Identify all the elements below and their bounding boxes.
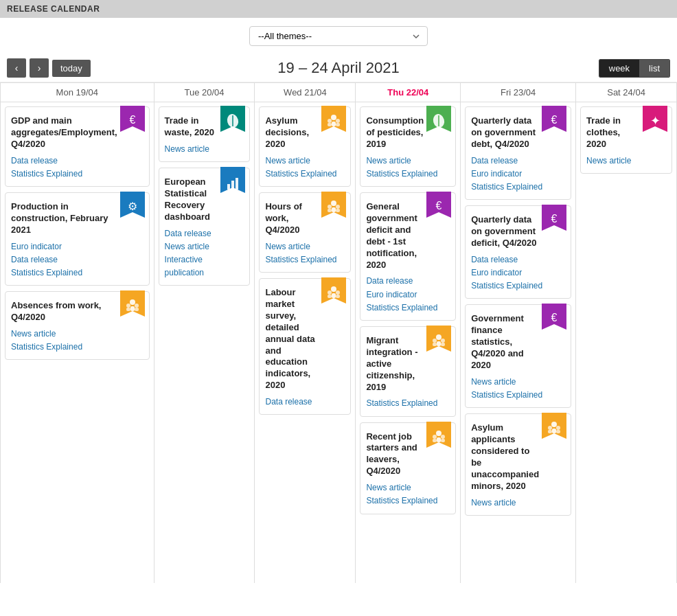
calendar-card: Asylum decisions, 2020News articleStatis…: [259, 106, 351, 187]
card-link[interactable]: Statistics Explained: [265, 168, 345, 181]
svg-point-51: [556, 426, 560, 430]
week-view-button[interactable]: week: [599, 60, 639, 77]
card-link[interactable]: Data release: [366, 275, 450, 288]
svg-rect-52: [548, 430, 552, 433]
week-title: 19 – 24 April 2021: [277, 59, 399, 77]
card-link[interactable]: Statistics Explained: [366, 301, 450, 315]
card-link[interactable]: Data release: [165, 227, 244, 240]
card-link[interactable]: News article: [165, 240, 244, 253]
card-link[interactable]: Data release: [471, 253, 565, 266]
svg-rect-43: [433, 439, 437, 442]
card-link[interactable]: Statistics Explained: [471, 389, 565, 402]
calendar-card: Migrant integration - active citizenship…: [360, 326, 456, 417]
calendar-card: European Statistical Recovery dashboardD…: [159, 168, 251, 286]
svg-rect-10: [227, 184, 230, 190]
day-col-0: € GDP and main aggregates/Employment, Q4…: [1, 102, 154, 583]
controls-row: --All themes--: [0, 18, 677, 54]
day-header-0: Mon 19/04: [1, 83, 154, 102]
day-header-1: Tue 20/04: [154, 83, 255, 102]
svg-rect-23: [332, 207, 336, 212]
card-link[interactable]: Statistics Explained: [471, 181, 565, 194]
calendar-card: ⚙ Production in construction, February 2…: [5, 192, 150, 286]
card-link[interactable]: Euro indicator: [11, 240, 144, 253]
svg-point-15: [336, 119, 340, 123]
svg-text:€: €: [129, 114, 135, 126]
list-view-button[interactable]: list: [639, 60, 669, 77]
svg-point-34: [436, 334, 441, 340]
card-link[interactable]: Statistics Explained: [366, 397, 450, 410]
card-link[interactable]: Euro indicator: [366, 288, 450, 301]
card-link[interactable]: Euro indicator: [471, 266, 565, 280]
nav-left: ‹ › today: [7, 58, 91, 78]
card-link[interactable]: Data release: [11, 155, 144, 168]
card-icon-euro: €: [542, 106, 566, 135]
svg-text:⚙: ⚙: [128, 201, 137, 212]
svg-text:€: €: [436, 200, 442, 212]
calendar-card: Trade in waste, 2020News article: [159, 106, 251, 162]
svg-text:€: €: [551, 312, 558, 323]
card-link[interactable]: News article: [586, 155, 666, 168]
card-link[interactable]: Statistics Explained: [366, 168, 450, 181]
card-link[interactable]: News article: [471, 497, 565, 510]
card-link[interactable]: Statistics Explained: [11, 341, 144, 354]
app-title: RELEASE CALENDAR: [0, 0, 677, 18]
calendar-card: Absences from work, Q4/2020News articleS…: [5, 291, 150, 360]
card-link[interactable]: Euro indicator: [471, 168, 565, 181]
card-link[interactable]: Statistics Explained: [366, 494, 450, 507]
card-link[interactable]: Statistics Explained: [11, 266, 144, 280]
calendar-card: € Government finance statistics, Q4/2020…: [465, 304, 571, 408]
svg-rect-30: [336, 295, 340, 298]
card-icon-people: [426, 326, 451, 354]
svg-point-49: [551, 422, 557, 427]
card-link[interactable]: News article: [265, 155, 345, 168]
svg-rect-45: [441, 439, 445, 442]
card-link[interactable]: Statistics Explained: [265, 253, 345, 266]
card-link[interactable]: Statistics Explained: [471, 280, 565, 293]
card-link[interactable]: News article: [366, 481, 450, 494]
svg-rect-6: [130, 306, 135, 311]
calendar-card: € GDP and main aggregates/Employment, Q4…: [5, 106, 150, 187]
card-icon-people: [321, 277, 346, 306]
card-link[interactable]: News article: [366, 155, 450, 168]
svg-rect-16: [328, 123, 332, 126]
card-link[interactable]: News article: [165, 143, 244, 156]
day-col-4: € Quarterly data on government debt, Q4/…: [461, 102, 576, 583]
card-link[interactable]: Data release: [265, 396, 345, 409]
card-icon-euro: €: [542, 304, 566, 332]
svg-text:✦: ✦: [650, 114, 661, 128]
svg-point-2: [130, 299, 135, 305]
day-header-2: Wed 21/04: [255, 83, 356, 102]
svg-point-50: [548, 426, 552, 430]
svg-rect-5: [126, 308, 130, 311]
svg-rect-18: [336, 123, 340, 126]
card-icon-leaf: [220, 106, 245, 135]
card-link[interactable]: News article: [471, 376, 565, 389]
card-link[interactable]: Data release: [11, 253, 144, 266]
svg-point-25: [331, 286, 336, 292]
day-col-1: Trade in waste, 2020News article Europea…: [154, 102, 255, 583]
svg-rect-22: [328, 209, 332, 212]
card-icon-star: ✦: [643, 106, 667, 135]
calendar-card: Recent job starters and leavers, Q4/2020…: [360, 422, 456, 514]
card-link[interactable]: Data release: [471, 155, 565, 168]
card-icon-people: [426, 422, 451, 450]
svg-point-40: [436, 431, 441, 436]
theme-select[interactable]: --All themes--: [249, 26, 428, 46]
calendar-card: € Quarterly data on government deficit, …: [465, 205, 571, 299]
next-button[interactable]: ›: [30, 58, 49, 78]
svg-rect-28: [328, 295, 332, 298]
card-icon-euro: €: [426, 192, 451, 220]
card-link[interactable]: News article: [11, 328, 144, 341]
svg-point-3: [126, 304, 130, 308]
svg-text:€: €: [551, 213, 558, 225]
today-button[interactable]: today: [52, 60, 91, 77]
svg-point-41: [433, 435, 437, 439]
prev-button[interactable]: ‹: [7, 58, 26, 78]
calendar-card: Consumption of pesticides, 2019News arti…: [360, 106, 456, 187]
card-link[interactable]: Interactive publication: [165, 253, 244, 280]
card-link[interactable]: News article: [265, 240, 345, 253]
svg-rect-44: [437, 437, 441, 442]
svg-point-4: [135, 304, 139, 308]
card-link[interactable]: Statistics Explained: [11, 168, 144, 181]
card-icon-people: [321, 106, 346, 135]
